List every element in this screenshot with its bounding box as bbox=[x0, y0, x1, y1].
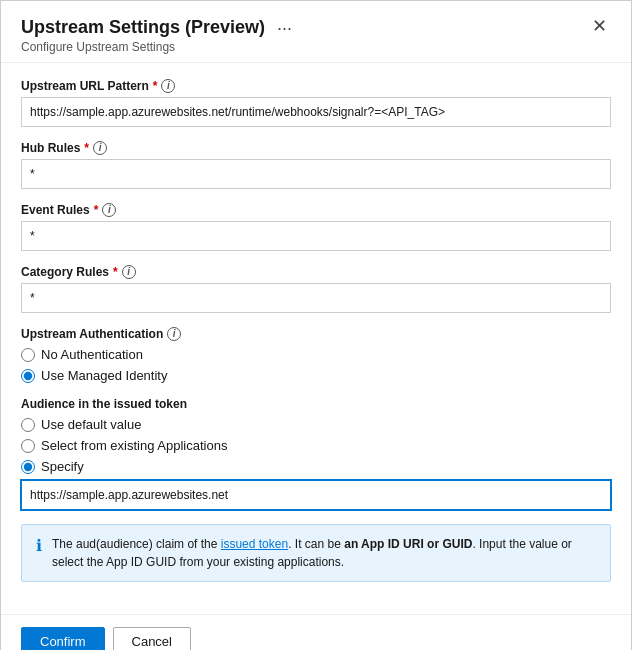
hub-rules-label: Hub Rules * i bbox=[21, 141, 611, 155]
info-box-text: The aud(audience) claim of the issued to… bbox=[52, 535, 596, 571]
issued-token-link[interactable]: issued token bbox=[221, 537, 288, 551]
radio-default-value[interactable]: Use default value bbox=[21, 417, 611, 432]
radio-managed-identity[interactable]: Use Managed Identity bbox=[21, 368, 611, 383]
dialog-footer: Confirm Cancel bbox=[1, 614, 631, 650]
category-rules-input[interactable] bbox=[21, 283, 611, 313]
radio-default-value-label: Use default value bbox=[41, 417, 141, 432]
hub-rules-input[interactable] bbox=[21, 159, 611, 189]
radio-no-auth-input[interactable] bbox=[21, 348, 35, 362]
required-star-hub: * bbox=[84, 141, 89, 155]
category-rules-group: Category Rules * i bbox=[21, 265, 611, 313]
close-button[interactable]: ✕ bbox=[588, 17, 611, 35]
upstream-auth-info-icon[interactable]: i bbox=[167, 327, 181, 341]
required-star-category: * bbox=[113, 265, 118, 279]
dialog-header: Upstream Settings (Preview) ··· Configur… bbox=[1, 1, 631, 63]
event-rules-group: Event Rules * i bbox=[21, 203, 611, 251]
event-rules-info-icon[interactable]: i bbox=[102, 203, 116, 217]
title-row: Upstream Settings (Preview) ··· bbox=[21, 17, 296, 38]
upstream-settings-dialog: Upstream Settings (Preview) ··· Configur… bbox=[0, 0, 632, 650]
upstream-url-label: Upstream URL Pattern * i bbox=[21, 79, 611, 93]
header-left: Upstream Settings (Preview) ··· Configur… bbox=[21, 17, 296, 54]
upstream-auth-group: Upstream Authentication i No Authenticat… bbox=[21, 327, 611, 383]
required-star: * bbox=[153, 79, 158, 93]
cancel-button[interactable]: Cancel bbox=[113, 627, 191, 650]
info-box: ℹ The aud(audience) claim of the issued … bbox=[21, 524, 611, 582]
info-text-after: . It can be bbox=[288, 537, 344, 551]
event-rules-input[interactable] bbox=[21, 221, 611, 251]
category-rules-info-icon[interactable]: i bbox=[122, 265, 136, 279]
upstream-url-info-icon[interactable]: i bbox=[161, 79, 175, 93]
upstream-auth-label: Upstream Authentication i bbox=[21, 327, 611, 341]
upstream-auth-radio-group: No Authentication Use Managed Identity bbox=[21, 347, 611, 383]
radio-managed-identity-label: Use Managed Identity bbox=[41, 368, 167, 383]
ellipsis-button[interactable]: ··· bbox=[273, 19, 296, 37]
info-bold-text: an App ID URI or GUID bbox=[344, 537, 472, 551]
event-rules-label: Event Rules * i bbox=[21, 203, 611, 217]
specify-input[interactable] bbox=[21, 480, 611, 510]
audience-label: Audience in the issued token bbox=[21, 397, 611, 411]
audience-group: Audience in the issued token Use default… bbox=[21, 397, 611, 510]
radio-specify-input[interactable] bbox=[21, 460, 35, 474]
required-star-event: * bbox=[94, 203, 99, 217]
radio-specify-label: Specify bbox=[41, 459, 84, 474]
upstream-url-input[interactable] bbox=[21, 97, 611, 127]
info-text-before: The aud(audience) claim of the bbox=[52, 537, 221, 551]
radio-specify[interactable]: Specify bbox=[21, 459, 611, 474]
info-box-icon: ℹ bbox=[36, 536, 42, 555]
dialog-subtitle: Configure Upstream Settings bbox=[21, 40, 296, 54]
radio-existing-apps-label: Select from existing Applications bbox=[41, 438, 227, 453]
radio-no-auth[interactable]: No Authentication bbox=[21, 347, 611, 362]
hub-rules-group: Hub Rules * i bbox=[21, 141, 611, 189]
radio-managed-identity-input[interactable] bbox=[21, 369, 35, 383]
dialog-title: Upstream Settings (Preview) bbox=[21, 17, 265, 38]
upstream-url-group: Upstream URL Pattern * i bbox=[21, 79, 611, 127]
radio-no-auth-label: No Authentication bbox=[41, 347, 143, 362]
confirm-button[interactable]: Confirm bbox=[21, 627, 105, 650]
radio-existing-apps-input[interactable] bbox=[21, 439, 35, 453]
hub-rules-info-icon[interactable]: i bbox=[93, 141, 107, 155]
radio-default-value-input[interactable] bbox=[21, 418, 35, 432]
category-rules-label: Category Rules * i bbox=[21, 265, 611, 279]
radio-existing-apps[interactable]: Select from existing Applications bbox=[21, 438, 611, 453]
audience-radio-group: Use default value Select from existing A… bbox=[21, 417, 611, 474]
dialog-body: Upstream URL Pattern * i Hub Rules * i E… bbox=[1, 63, 631, 614]
